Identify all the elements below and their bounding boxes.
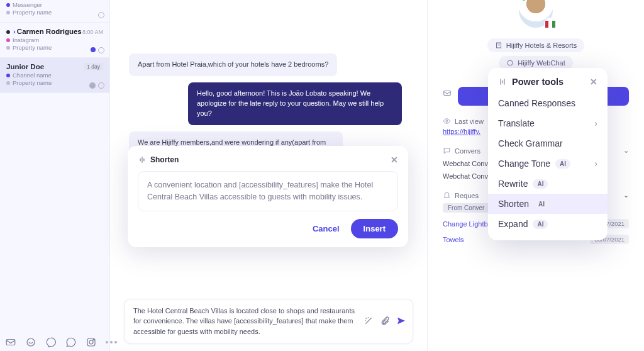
org-name: Hijiffy Hotels & Resorts — [506, 42, 577, 49]
power-tools-title: Power tools — [512, 77, 564, 87]
chevron-down-icon: ⌄ — [623, 147, 629, 155]
power-item-label: Translate — [498, 118, 535, 128]
channel-icon-rail — [5, 333, 117, 351]
chat-column: Apart from Hotel Praia,which of your hot… — [110, 0, 427, 351]
ai-badge: AI — [533, 179, 548, 189]
shorten-output: A convenient location and [accessibility… — [138, 171, 398, 211]
messenger-icon[interactable] — [45, 337, 57, 348]
conversation-list: Lorenzo Vargas Messenger Property name 9… — [0, 0, 110, 351]
more-icon[interactable] — [106, 337, 117, 348]
message-incoming: Apart from Hotel Praia,which of your hot… — [129, 53, 337, 76]
insert-button[interactable]: Insert — [351, 219, 398, 238]
attachment-icon[interactable] — [380, 316, 390, 326]
instagram-icon[interactable] — [86, 337, 97, 348]
online-status-icon — [521, 0, 527, 2]
channel-name: Hijiffy WebChat — [518, 59, 565, 67]
composer-text: The Hotel Central Beach Villas is locate… — [133, 307, 355, 335]
power-item-label: Change Tone — [498, 159, 550, 169]
chevron-right-icon: › — [594, 159, 597, 169]
shorten-icon — [138, 155, 147, 164]
conversation-item[interactable]: Carmen Rodrigues Instagram Property name… — [0, 23, 109, 58]
whatsapp-icon[interactable] — [65, 337, 77, 348]
chevron-down-icon: ⌄ — [623, 191, 629, 199]
mail-icon[interactable] — [443, 89, 452, 98]
conversation-property: Property name — [13, 79, 52, 86]
webchat-icon — [506, 59, 514, 67]
status-circle-icon — [98, 12, 104, 18]
channel-dot-icon — [6, 74, 10, 77]
property-dot-icon — [6, 81, 10, 85]
conversation-property: Property name — [13, 44, 52, 51]
loop-icon[interactable] — [25, 337, 36, 348]
conversation-channel: Channel name — [13, 72, 52, 79]
filter-tag[interactable]: From Conver — [443, 203, 489, 213]
status-circle-icon — [89, 82, 96, 89]
cancel-button[interactable]: Cancel — [309, 219, 343, 238]
eye-icon — [443, 117, 451, 125]
close-icon[interactable]: ✕ — [391, 155, 398, 165]
power-item-label: Rewrite — [498, 179, 528, 189]
bell-icon — [443, 191, 451, 199]
mail-icon[interactable] — [5, 337, 16, 348]
property-dot-icon — [6, 11, 10, 14]
power-item-label: Shorten — [498, 199, 529, 209]
conversation-item-selected[interactable]: Junior Doe Channel name Property name 1 … — [0, 58, 109, 93]
country-flag-icon — [544, 18, 557, 30]
ai-badge: AI — [533, 220, 548, 229]
request-label[interactable]: Towels — [443, 236, 464, 243]
close-icon[interactable]: ✕ — [590, 77, 597, 87]
svg-rect-0 — [496, 43, 501, 48]
shorten-dialog: Shorten ✕ A convenient location and [acc… — [128, 146, 408, 247]
message-composer[interactable]: The Hotel Central Beach Villas is locate… — [124, 299, 413, 344]
section-label: Last view — [455, 118, 484, 125]
power-item-translate[interactable]: Translate› — [488, 113, 608, 133]
send-icon[interactable] — [396, 316, 406, 326]
conversation-time: 8:00 AM — [82, 29, 103, 35]
power-item-expand[interactable]: ExpandAI — [488, 214, 608, 234]
power-item-label: Check Grammar — [498, 138, 563, 148]
status-circle-icon — [98, 47, 104, 53]
avatar — [519, 0, 553, 28]
power-tools-panel: Power tools ✕ Canned Responses Translate… — [488, 68, 608, 240]
conversation-channel: Messenger — [13, 1, 42, 8]
chat-icon — [443, 147, 451, 155]
power-item-rewrite[interactable]: RewriteAI — [488, 174, 608, 194]
status-circle-icon — [98, 82, 104, 89]
svg-point-1 — [508, 60, 513, 65]
power-item-canned[interactable]: Canned Responses — [488, 93, 608, 113]
power-item-tone[interactable]: Change ToneAI› — [488, 153, 608, 174]
chevron-right-icon: › — [594, 118, 597, 128]
channel-dot-icon — [6, 3, 10, 7]
svg-rect-4 — [6, 340, 15, 345]
channel-dot-icon — [6, 38, 10, 42]
ai-badge: AI — [555, 159, 570, 169]
power-tools-icon — [498, 77, 507, 86]
conversation-channel: Instagram — [13, 36, 39, 43]
section-label: Reques — [455, 192, 479, 199]
conversation-property: Property name — [13, 9, 52, 16]
conversation-item[interactable]: Lorenzo Vargas Messenger Property name 9… — [0, 0, 109, 23]
unread-dot-icon — [6, 30, 10, 34]
power-item-label: Canned Responses — [498, 98, 575, 108]
ai-badge: AI — [534, 199, 549, 209]
message-outgoing: Hello, good afternoon! This is João Loba… — [188, 82, 402, 125]
magic-wand-icon[interactable] — [364, 316, 374, 326]
property-dot-icon — [6, 46, 10, 50]
conversation-age-badge: 1 day — [84, 63, 103, 70]
conversation-name: Carmen Rodrigues — [17, 28, 82, 35]
svg-point-3 — [446, 120, 448, 122]
org-chip[interactable]: Hijiffy Hotels & Resorts — [487, 38, 584, 52]
svg-point-7 — [93, 340, 94, 341]
svg-point-6 — [89, 340, 93, 344]
chevron-right-icon — [12, 28, 17, 35]
shorten-title: Shorten — [150, 155, 179, 164]
power-item-label: Expand — [498, 219, 528, 229]
unread-indicator-icon — [91, 47, 96, 52]
svg-rect-2 — [444, 91, 451, 96]
power-item-grammar[interactable]: Check Grammar — [488, 133, 608, 153]
power-item-shorten[interactable]: ShortenAI — [488, 194, 608, 214]
building-icon — [495, 42, 502, 49]
section-label: Convers — [455, 147, 480, 155]
